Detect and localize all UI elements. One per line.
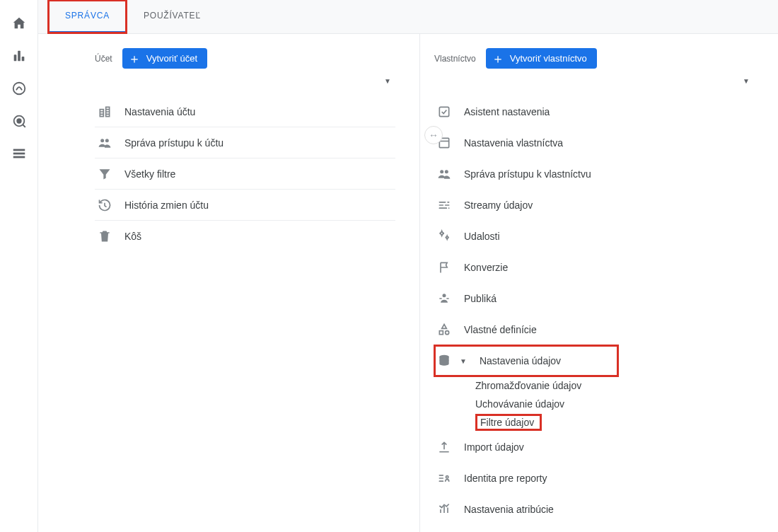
- svg-point-5: [17, 119, 21, 123]
- label: História zmien účtu: [124, 200, 393, 211]
- shapes-icon: [437, 323, 451, 337]
- label: Publiká: [464, 293, 751, 304]
- people-icon: [437, 167, 451, 181]
- plus-icon: ＋: [128, 54, 141, 64]
- property-heading: Vlastníctvo: [434, 54, 476, 64]
- label: Kôš: [124, 231, 393, 242]
- svg-point-15: [443, 294, 446, 297]
- label: Asistent nastavenia: [464, 106, 751, 117]
- audience-icon: [437, 291, 451, 306]
- attribution-icon: [437, 502, 451, 516]
- svg-rect-2: [21, 57, 24, 61]
- account-trash-item[interactable]: Kôš: [95, 221, 395, 252]
- custom-definitions-item[interactable]: Vlastné definície: [434, 314, 754, 345]
- label: Import údajov: [464, 441, 751, 453]
- upload-icon: [437, 440, 451, 454]
- setup-assistant-item[interactable]: Asistent nastavenia: [434, 96, 754, 127]
- svg-point-10: [105, 139, 109, 142]
- label: Nastavenia atribúcie: [464, 504, 751, 515]
- svg-rect-16: [439, 331, 443, 335]
- label: Správa prístupu k vlastníctvu: [464, 168, 751, 180]
- left-nav-rail: [0, 0, 38, 532]
- advertising-icon[interactable]: [11, 113, 27, 129]
- reports-icon[interactable]: [11, 48, 27, 64]
- create-property-button[interactable]: ＋ Vytvoriť vlastníctvo: [486, 48, 597, 69]
- label: Konverzie: [464, 262, 751, 273]
- conversions-item[interactable]: Konverzie: [434, 252, 754, 283]
- flag-icon: [437, 260, 451, 274]
- account-heading: Účet: [95, 54, 112, 64]
- property-access-item[interactable]: Správa prístupu k vlastníctvu: [434, 158, 754, 190]
- account-history-item[interactable]: História zmien účtu: [95, 190, 395, 221]
- events-item[interactable]: Udalosti: [434, 221, 754, 252]
- event-icon: [437, 229, 451, 243]
- data-filters-subitem[interactable]: Filtre údajov: [475, 413, 754, 432]
- account-selector[interactable]: ▼: [95, 74, 395, 89]
- label: Nastavenia vlastníctva: [464, 137, 751, 149]
- checklist-icon: [437, 105, 451, 119]
- explore-icon[interactable]: [11, 81, 27, 96]
- label: Nastavenia údajov: [480, 355, 615, 366]
- svg-point-9: [100, 139, 104, 142]
- attribution-settings-item[interactable]: Nastavenia atribúcie: [434, 494, 754, 525]
- caret-down-icon: ▼: [460, 357, 467, 365]
- identity-icon: [437, 471, 451, 485]
- account-column: Účet ＋ Vytvoriť účet ▼ Nastavenia účtu: [81, 34, 420, 532]
- label: Udalosti: [464, 231, 751, 242]
- label: Vlastné definície: [464, 324, 751, 335]
- svg-point-13: [440, 170, 443, 173]
- data-settings-group: ▼ Nastavenia údajov Zhromažďovanie údajo…: [434, 345, 754, 432]
- svg-point-3: [13, 83, 25, 95]
- property-column: Vlastníctvo ＋ Vytvoriť vlastníctvo ▼ Asi…: [420, 34, 778, 532]
- svg-point-14: [445, 170, 448, 173]
- data-import-item[interactable]: Import údajov: [434, 432, 754, 463]
- account-access-item[interactable]: Správa prístupu k účtu: [95, 127, 395, 158]
- data-retention-subitem[interactable]: Uchovávanie údajov: [475, 395, 754, 413]
- plus-icon: ＋: [492, 54, 504, 64]
- funnel-icon: [98, 167, 112, 181]
- reporting-identity-item[interactable]: Identita pre reporty: [434, 463, 754, 494]
- history-icon: [98, 198, 112, 212]
- database-icon: [437, 354, 451, 368]
- admin-user-tabs: SPRÁVCA POUŽÍVATEĽ: [38, 0, 778, 34]
- svg-rect-7: [13, 153, 25, 155]
- account-settings-item[interactable]: Nastavenia účtu: [95, 96, 395, 127]
- svg-rect-8: [13, 156, 25, 158]
- column-link-icon: ↔: [424, 126, 443, 144]
- tab-user[interactable]: POUŽÍVATEĽ: [127, 0, 218, 33]
- configure-icon[interactable]: [11, 146, 27, 161]
- property-settings-item[interactable]: Nastavenia vlastníctva: [434, 127, 754, 158]
- svg-rect-11: [439, 107, 448, 116]
- svg-rect-0: [13, 54, 16, 61]
- svg-rect-6: [13, 149, 25, 151]
- home-icon[interactable]: [11, 16, 27, 31]
- audiences-item[interactable]: Publiká: [434, 283, 754, 314]
- svg-point-19: [446, 476, 448, 478]
- data-collection-subitem[interactable]: Zhromažďovanie údajov: [475, 376, 754, 395]
- people-icon: [98, 136, 112, 150]
- svg-point-17: [446, 331, 449, 335]
- label: Všetky filtre: [124, 168, 393, 180]
- property-selector[interactable]: ▼: [434, 74, 754, 89]
- create-account-button[interactable]: ＋ Vytvoriť účet: [122, 48, 207, 69]
- label: Správa prístupu k účtu: [124, 137, 393, 149]
- svg-rect-1: [18, 51, 21, 62]
- building-icon: [98, 105, 112, 119]
- data-streams-item[interactable]: Streamy údajov: [434, 190, 754, 221]
- account-filters-item[interactable]: Všetky filtre: [95, 158, 395, 190]
- data-settings-item[interactable]: ▼ Nastavenia údajov: [434, 345, 618, 376]
- streams-icon: [437, 198, 451, 212]
- tab-admin[interactable]: SPRÁVCA: [48, 0, 127, 33]
- label: Identita pre reporty: [464, 473, 751, 484]
- label: Streamy údajov: [464, 200, 751, 211]
- trash-icon: [98, 229, 112, 243]
- label: Nastavenia účtu: [124, 106, 393, 117]
